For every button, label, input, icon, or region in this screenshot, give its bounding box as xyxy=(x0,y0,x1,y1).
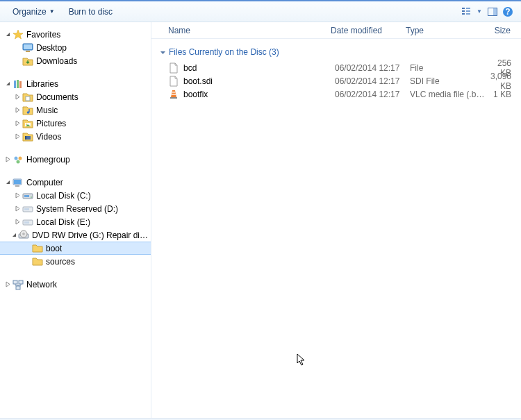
tree-item-label: Music xyxy=(36,106,58,115)
tree-item[interactable]: Libraries xyxy=(0,77,151,90)
svg-rect-42 xyxy=(172,94,176,95)
expand-arrow-icon[interactable] xyxy=(13,204,22,214)
expand-arrow-icon[interactable] xyxy=(13,119,22,128)
file-date: 06/02/2014 12:17 xyxy=(335,76,410,86)
tree-item[interactable]: Favorites xyxy=(0,28,151,41)
column-header-row: Name Date modified Type Size xyxy=(151,22,521,39)
column-header-name[interactable]: Name xyxy=(163,26,325,35)
help-button[interactable]: ? xyxy=(500,4,515,19)
svg-rect-7 xyxy=(493,8,497,15)
content-pane: Name Date modified Type Size Files Curre… xyxy=(151,22,521,418)
organize-button[interactable]: Organize ▼ xyxy=(6,4,62,19)
file-icon xyxy=(168,76,179,87)
expand-arrow-icon[interactable] xyxy=(13,92,22,102)
navigation-pane[interactable]: FavoritesDesktopDownloadsLibrariesDocume… xyxy=(0,22,151,418)
burn-label: Burn to disc xyxy=(69,7,113,17)
svg-rect-26 xyxy=(14,180,21,184)
tree-item[interactable]: Local Disk (C:) xyxy=(0,189,151,202)
tree-item-label: Documents xyxy=(36,92,78,102)
folder-icon xyxy=(32,256,43,267)
preview-pane-button[interactable] xyxy=(485,4,500,19)
svg-rect-15 xyxy=(19,81,22,88)
file-row[interactable]: boot.sdi06/02/2014 12:17SDI File3,096 KB xyxy=(151,74,521,87)
tree-item[interactable]: DVD RW Drive (G:) Repair disc Windows xyxy=(0,228,151,242)
svg-rect-12 xyxy=(26,51,30,52)
network-icon xyxy=(13,279,24,290)
svg-rect-41 xyxy=(172,92,176,93)
collapse-arrow-icon[interactable] xyxy=(10,230,18,240)
file-name: bcd xyxy=(183,63,335,73)
drive-icon xyxy=(22,190,33,201)
group-header-label: Files Currently on the Disc (3) xyxy=(169,47,279,57)
tree-item-label: Downloads xyxy=(36,56,77,66)
homegroup-icon xyxy=(13,154,24,165)
help-icon: ? xyxy=(502,6,513,17)
svg-rect-38 xyxy=(13,280,17,284)
expand-arrow-icon[interactable] xyxy=(3,280,13,289)
file-size: 3,096 KB xyxy=(485,72,521,91)
toolbar: Organize ▼ Burn to disc ▼ ? xyxy=(0,1,521,22)
svg-rect-40 xyxy=(16,286,20,289)
collapse-arrow-icon[interactable] xyxy=(3,79,13,89)
collapse-arrow-icon[interactable] xyxy=(3,178,13,187)
tree-item[interactable]: System Reserved (D:) xyxy=(0,202,151,215)
star-icon xyxy=(13,29,24,40)
tree-item[interactable]: Pictures xyxy=(0,117,151,130)
expand-arrow-icon[interactable] xyxy=(13,191,22,201)
svg-rect-1 xyxy=(462,10,465,12)
tree-item-label: Favorites xyxy=(26,30,60,40)
view-options-button[interactable] xyxy=(458,4,474,19)
file-date: 06/02/2014 12:17 xyxy=(335,63,410,73)
svg-rect-11 xyxy=(24,44,32,49)
file-row[interactable]: bootfix06/02/2014 12:17VLC media file (.… xyxy=(151,87,521,101)
tree-item[interactable]: Music xyxy=(0,103,151,117)
dvd-icon xyxy=(18,230,29,241)
downloads-icon xyxy=(22,56,33,67)
svg-point-37 xyxy=(23,233,24,234)
tree-item-label: Libraries xyxy=(26,79,58,89)
svg-rect-34 xyxy=(24,221,29,224)
tree-item[interactable]: Videos xyxy=(0,130,151,143)
organize-label: Organize xyxy=(13,7,47,17)
doclib-icon xyxy=(22,92,33,103)
file-name: boot.sdi xyxy=(183,76,335,86)
collapse-arrow-icon xyxy=(160,49,166,56)
tree-item[interactable]: Documents xyxy=(0,90,151,103)
tree-item[interactable]: Homegroup xyxy=(0,153,151,166)
tree-item[interactable]: boot xyxy=(0,242,151,255)
column-header-date[interactable]: Date modified xyxy=(325,26,400,35)
file-row[interactable]: bcd06/02/2014 12:17File256 KB xyxy=(151,61,521,74)
tree-item-label: Videos xyxy=(36,132,61,142)
expand-arrow-icon[interactable] xyxy=(13,106,22,115)
expand-arrow-icon[interactable] xyxy=(13,217,22,227)
file-group-header[interactable]: Files Currently on the Disc (3) xyxy=(151,43,521,61)
dropdown-arrow-icon: ▼ xyxy=(477,8,482,15)
tree-item[interactable]: Network xyxy=(0,278,151,291)
column-header-type[interactable]: Type xyxy=(400,26,475,35)
burn-to-disc-button[interactable]: Burn to disc xyxy=(62,4,119,19)
tree-item[interactable]: Local Disk (E:) xyxy=(0,215,151,228)
file-list[interactable]: Files Currently on the Disc (3) bcd06/02… xyxy=(151,39,521,418)
expand-arrow-icon[interactable] xyxy=(13,132,22,142)
tree-item[interactable]: Computer xyxy=(0,176,151,189)
collapse-arrow-icon[interactable] xyxy=(3,30,13,40)
expand-arrow-icon[interactable] xyxy=(3,155,13,165)
tree-item[interactable]: sources xyxy=(0,255,151,268)
folder-icon xyxy=(32,243,43,254)
file-type: SDI File xyxy=(410,76,485,86)
column-header-size[interactable]: Size xyxy=(475,26,521,35)
tree-item-label: DVD RW Drive (G:) Repair disc Windows xyxy=(32,230,151,240)
tree-item[interactable]: Downloads xyxy=(0,54,151,67)
library-icon xyxy=(13,78,24,90)
drive-light-icon xyxy=(22,203,33,215)
file-date: 06/02/2014 12:17 xyxy=(335,90,410,99)
tree-item-label: System Reserved (D:) xyxy=(36,204,118,214)
svg-point-17 xyxy=(27,111,30,114)
tree-item[interactable]: Desktop xyxy=(0,41,151,54)
computer-icon xyxy=(13,177,24,188)
svg-point-19 xyxy=(26,124,27,125)
svg-rect-0 xyxy=(462,8,465,9)
vlc-icon xyxy=(168,89,179,100)
file-type: VLC media file (.bi... xyxy=(410,90,485,99)
file-size: 1 KB xyxy=(485,90,521,99)
